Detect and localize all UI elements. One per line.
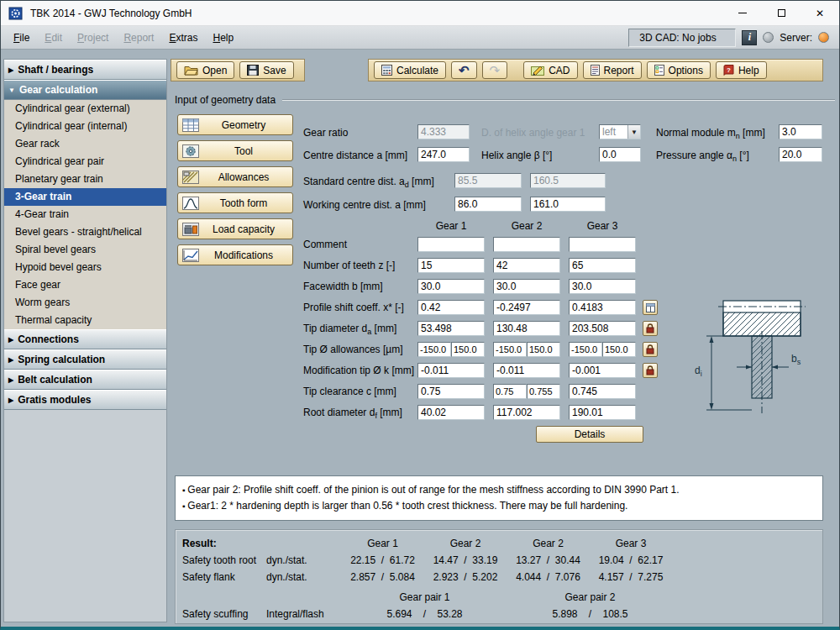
helix-angle-field[interactable]: 0.0: [599, 147, 641, 162]
teeth-gear1-field[interactable]: 15: [417, 258, 485, 273]
comment-gear1-field[interactable]: [417, 237, 485, 252]
chevron-down-icon: ▼: [8, 87, 15, 94]
tip-clearance-gear2b-field[interactable]: 0.755: [527, 384, 560, 399]
sidebar-section-gear-calculation[interactable]: ▼ Gear calculation: [4, 80, 166, 100]
value: 4.044 / 7.076: [507, 571, 589, 583]
tip-clearance-gear3-field[interactable]: 0.745: [569, 384, 636, 399]
tip-allowance-gear1-upper-field[interactable]: 150.0: [451, 342, 485, 357]
sidebar-item-gear-rack[interactable]: Gear rack: [4, 135, 166, 153]
details-button[interactable]: Details: [536, 426, 643, 443]
sidebar-item-hypoid-bevel-gears[interactable]: Hypoid bevel gears: [4, 259, 166, 276]
centre-distance-field[interactable]: 247.0: [417, 147, 470, 162]
sidebar-section-spring-calculation[interactable]: ▶ Spring calculation: [4, 349, 166, 370]
pressure-angle-field[interactable]: 20.0: [779, 147, 822, 162]
maximize-button[interactable]: [762, 1, 801, 25]
modification-tip-gear3-field[interactable]: -0.001: [569, 363, 636, 378]
menu-help[interactable]: Help: [205, 28, 241, 48]
sidebar-item-spiral-bevel-gears[interactable]: Spiral bevel gears: [4, 241, 166, 259]
tip-diameter-lock-button[interactable]: [643, 321, 658, 336]
minimize-button[interactable]: [723, 1, 762, 25]
sidebar-item-cylindrical-gear-pair[interactable]: Cylindrical gear pair: [4, 153, 166, 171]
safety-tooth-root-row: Safety tooth root dyn./stat. 22.15 / 61.…: [182, 552, 816, 569]
tip-allowance-gear3-lower-field[interactable]: -150.0: [569, 342, 602, 357]
teeth-label: Number of teeth z [-]: [303, 260, 395, 271]
menu-extras[interactable]: Extras: [161, 28, 205, 48]
modification-tip-gear2-field[interactable]: -0.011: [493, 363, 560, 378]
lock-icon: [646, 344, 654, 354]
app-window: TBK 2014 - GWJ Technology GmbH ✕ File Ed…: [0, 0, 840, 630]
sidebar-item-thermal-capacity[interactable]: Thermal capacity: [4, 312, 166, 329]
tip-allowance-gear1-lower-field[interactable]: -150.0: [417, 342, 451, 357]
value: 2.923 / 5.202: [423, 571, 507, 583]
results-gear3-header: Gear 3: [589, 538, 673, 549]
profile-shift-gear3-field[interactable]: 0.4183: [569, 300, 636, 315]
sidebar-item-3-gear-train[interactable]: 3-Gear train: [4, 188, 166, 206]
sidebar-item-bevel-gears[interactable]: Bevel gears - straight/helical: [4, 223, 166, 241]
tip-allowance-gear2-lower-field[interactable]: -150.0: [493, 342, 527, 357]
modifications-tab-button[interactable]: Modifications: [177, 244, 293, 265]
working-centre-dist-2-field[interactable]: 161.0: [530, 197, 606, 212]
close-button[interactable]: ✕: [801, 1, 839, 25]
profile-shift-calc-button[interactable]: [643, 300, 658, 315]
comment-gear3-field[interactable]: [569, 237, 636, 252]
tip-clearance-gear1-field[interactable]: 0.75: [417, 384, 485, 399]
tip-diameter-gear3-field[interactable]: 203.508: [569, 321, 636, 336]
allowances-tab-button[interactable]: Allowances: [177, 166, 293, 187]
tip-allowance-gear2-upper-field[interactable]: 150.0: [527, 342, 560, 357]
sidebar-section-connections[interactable]: ▶ Connections: [4, 329, 166, 349]
profile-shift-label: Profile shift coeff. x* [-]: [303, 302, 404, 313]
cad-button[interactable]: CAD: [523, 61, 577, 79]
menu-report[interactable]: Report: [116, 28, 161, 48]
sidebar-item-planetary-gear-train[interactable]: Planetary gear train: [4, 171, 166, 188]
profile-shift-gear1-field[interactable]: 0.42: [417, 300, 485, 315]
tip-diameter-gear1-field[interactable]: 53.498: [417, 321, 485, 336]
facewidth-gear3-field[interactable]: 30.0: [569, 279, 636, 294]
options-button[interactable]: Options: [647, 61, 711, 79]
tip-diameter-gear2-field[interactable]: 130.48: [493, 321, 560, 336]
root-diameter-gear1-field[interactable]: 40.02: [417, 405, 485, 420]
modification-tip-lock-button[interactable]: [643, 363, 658, 378]
menu-project[interactable]: Project: [70, 28, 116, 48]
helix-direction-select[interactable]: left ▼: [599, 124, 641, 139]
report-button[interactable]: Report: [583, 61, 642, 79]
root-diameter-gear3-field[interactable]: 190.01: [569, 405, 636, 420]
load-capacity-tab-button[interactable]: Load capacity: [177, 218, 293, 239]
redo-button[interactable]: ↷: [482, 61, 508, 79]
tool-tab-button[interactable]: Tool: [177, 140, 293, 161]
sidebar-section-gratis-modules[interactable]: ▶ Gratis modules: [4, 390, 166, 410]
teeth-gear2-field[interactable]: 42: [493, 258, 560, 273]
calculate-button[interactable]: Calculate: [374, 61, 446, 79]
sidebar-item-worm-gears[interactable]: Worm gears: [4, 294, 166, 312]
comment-gear2-field[interactable]: [493, 237, 560, 252]
facewidth-gear2-field[interactable]: 30.0: [493, 279, 560, 294]
chevron-down-icon[interactable]: ▼: [627, 125, 640, 139]
modification-tip-gear1-field[interactable]: -0.011: [417, 363, 485, 378]
sidebar-item-cylindrical-gear-internal[interactable]: Cylindrical gear (internal): [4, 118, 166, 135]
tooth-form-tab-button[interactable]: Tooth form: [177, 192, 293, 213]
main-panel: Open Save Calculate ↶ ↷: [171, 59, 835, 623]
tip-allowance-gear3-upper-field[interactable]: 150.0: [602, 342, 636, 357]
sidebar-section-belt-calculation[interactable]: ▶ Belt calculation: [4, 370, 166, 390]
profile-shift-gear2-field[interactable]: -0.2497: [493, 300, 560, 315]
help-button[interactable]: ? Help: [716, 61, 767, 79]
working-centre-dist-1-field[interactable]: 86.0: [454, 197, 522, 212]
open-button[interactable]: Open: [176, 61, 234, 79]
sidebar-section-shaft-bearings[interactable]: ▶ Shaft / bearings: [4, 60, 166, 80]
sidebar-item-4-gear-train[interactable]: 4-Gear train: [4, 206, 166, 223]
settings-checklist-icon: [654, 65, 664, 76]
normal-module-field[interactable]: 3.0: [779, 124, 822, 139]
facewidth-gear1-field[interactable]: 30.0: [417, 279, 485, 294]
sidebar-item-cylindrical-gear-external[interactable]: Cylindrical gear (external): [4, 100, 166, 118]
teeth-gear3-field[interactable]: 65: [569, 258, 636, 273]
geometry-tab-button[interactable]: Geometry: [177, 114, 293, 135]
menu-edit[interactable]: Edit: [37, 28, 70, 48]
root-diameter-gear2-field[interactable]: 117.002: [493, 405, 560, 420]
tip-allowances-lock-button[interactable]: [643, 342, 658, 357]
info-button[interactable]: i: [742, 30, 757, 45]
menu-file[interactable]: File: [6, 28, 37, 48]
tip-allowances-gear3-pair: -150.0 150.0: [569, 342, 636, 357]
tip-clearance-gear2a-field[interactable]: 0.75: [493, 384, 527, 399]
sidebar-item-face-gear[interactable]: Face gear: [4, 276, 166, 294]
undo-button[interactable]: ↶: [451, 61, 477, 79]
save-button[interactable]: Save: [239, 61, 293, 79]
